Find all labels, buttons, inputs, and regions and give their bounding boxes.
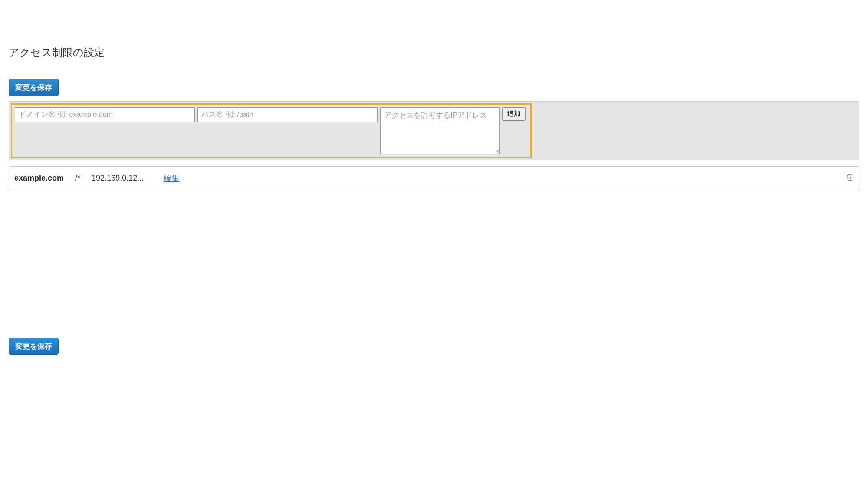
ip-textarea[interactable] — [380, 107, 500, 154]
rule-domain: example.com — [14, 174, 64, 183]
add-rule-form: 追加 — [11, 103, 532, 158]
trash-icon[interactable] — [846, 173, 854, 184]
save-button-top[interactable]: 変更を保存 — [9, 79, 59, 96]
add-rule-panel: 追加 — [9, 101, 859, 160]
path-input[interactable] — [197, 107, 378, 122]
save-button-bottom[interactable]: 変更を保存 — [9, 338, 59, 355]
add-button[interactable]: 追加 — [502, 107, 526, 121]
page-title: アクセス制限の設定 — [9, 46, 859, 59]
rule-path: /* — [75, 174, 80, 183]
rule-ip: 192.169.0.12... — [92, 174, 144, 183]
domain-input[interactable] — [15, 107, 195, 122]
rule-row: example.com /* 192.169.0.12... 編集 — [9, 166, 859, 190]
edit-link[interactable]: 編集 — [164, 173, 179, 184]
